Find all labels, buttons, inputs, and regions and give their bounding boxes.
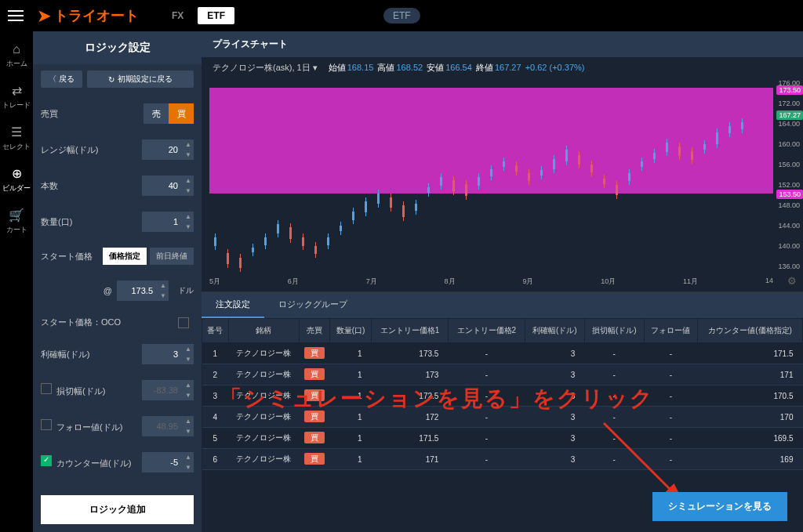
range-down-icon[interactable]: ▼ (183, 150, 194, 160)
top-bar: ➤ トライオート FX ETF ETF (0, 0, 803, 31)
qty-label: 数量(口) (41, 216, 72, 228)
gear-icon[interactable]: ⚙ (787, 275, 797, 287)
market-tabs: FX ETF (162, 7, 234, 24)
back-button[interactable]: 〈 戻る (41, 71, 82, 88)
pill-etf[interactable]: ETF (383, 8, 420, 24)
loss-input[interactable] (142, 385, 183, 395)
counter-input[interactable] (142, 458, 183, 467)
sidebar-title: ロジック設定 (33, 31, 202, 64)
chevron-down-icon: ▾ (313, 63, 318, 72)
qty-input[interactable] (142, 217, 183, 226)
tab-fx[interactable]: FX (162, 7, 193, 24)
counter-label: カウンター値(ドル) (41, 455, 131, 469)
tab-order-settings[interactable]: 注文設定 (202, 292, 264, 318)
nav-home[interactable]: ⌂ホーム (6, 42, 27, 69)
at-unit: ドル (178, 285, 194, 296)
select-icon: ☰ (11, 125, 22, 139)
y-axis: 176.00172.00164.00160.00156.00152.00148.… (773, 79, 803, 283)
qty-up-icon[interactable]: ▲ (183, 212, 194, 222)
range-input-group: ▲▼ (142, 139, 194, 160)
loss-checkbox[interactable] (41, 383, 52, 394)
profit-input[interactable] (142, 349, 183, 359)
start-price-label: スタート価格 (41, 251, 93, 262)
follow-up-icon[interactable]: ▲ (183, 416, 194, 426)
at-symbol: @ (104, 286, 112, 295)
order-tabs: 注文設定 ロジックグループ (202, 292, 803, 318)
qty-down-icon[interactable]: ▼ (183, 222, 194, 232)
builder-icon: ⊕ (12, 166, 22, 181)
nav-builder[interactable]: ⊕ビルダー (2, 166, 31, 194)
count-up-icon[interactable]: ▲ (183, 176, 194, 186)
range-up-icon[interactable]: ▲ (183, 139, 194, 150)
instrument-dropdown[interactable]: テクノロジー株(ask), 1日 ▾ (213, 62, 318, 74)
logo-text: トライオート (54, 6, 139, 25)
oco-label: スタート価格：OCO (41, 317, 121, 328)
price-tag-current: 167.27 (776, 110, 803, 120)
at-price-input[interactable] (117, 286, 158, 295)
trade-icon: ⇄ (12, 83, 22, 98)
sell-toggle[interactable]: 売 (144, 103, 169, 124)
reset-button[interactable]: ↻初期設定に戻る (87, 71, 194, 88)
chart-header: テクノロジー株(ask), 1日 ▾ 始値168.15 高値168.52 安値1… (202, 57, 803, 78)
counter-down-icon[interactable]: ▼ (183, 462, 194, 472)
chart-area: テクノロジー株(ask), 1日 ▾ 始値168.15 高値168.52 安値1… (202, 57, 803, 292)
profit-down-icon[interactable]: ▼ (183, 354, 194, 364)
cart-icon: 🛒 (9, 208, 24, 223)
profit-up-icon[interactable]: ▲ (183, 344, 194, 354)
table-row[interactable]: 2テクノロジー株買1173-3--171 (202, 364, 803, 385)
range-label: レンジ幅(ドル) (41, 144, 98, 156)
at-up-icon[interactable]: ▲ (158, 280, 169, 291)
ohlc-display: 始値168.15 高値168.52 安値166.54 終値167.27 +0.6… (329, 62, 587, 74)
follow-label: フォロー値(ドル) (41, 419, 122, 433)
content-area: プライスチャート テクノロジー株(ask), 1日 ▾ 始値168.15 高値1… (202, 31, 803, 532)
follow-down-icon[interactable]: ▼ (183, 426, 194, 436)
table-row[interactable]: 1テクノロジー株買1173.5-3--171.5 (202, 343, 803, 364)
oco-checkbox[interactable] (178, 317, 189, 328)
home-icon: ⌂ (13, 42, 20, 56)
price-specify-button[interactable]: 価格指定 (103, 248, 147, 265)
count-down-icon[interactable]: ▼ (183, 186, 194, 196)
table-row[interactable]: 5テクノロジー株買1171.5-3--169.5 (202, 428, 803, 449)
price-prev-button[interactable]: 前日終値 (150, 248, 194, 265)
table-header-row: 番号銘柄売買数量(口)エントリー価格1エントリー価格2利確幅(ドル)損切幅(ドル… (202, 319, 803, 343)
instruction-overlay: 「シミュレーションを見る」をクリック (220, 384, 654, 414)
tab-etf[interactable]: ETF (198, 7, 234, 24)
nav-select[interactable]: ☰セレクト (2, 125, 31, 152)
at-down-icon[interactable]: ▼ (158, 291, 169, 301)
chart-body[interactable] (209, 78, 773, 276)
counter-up-icon[interactable]: ▲ (183, 452, 194, 462)
follow-checkbox[interactable] (41, 419, 52, 430)
candlesticks (209, 78, 773, 276)
follow-input[interactable] (142, 422, 183, 431)
buy-toggle[interactable]: 買 (169, 103, 194, 124)
reload-icon: ↻ (108, 75, 114, 84)
nav-cart[interactable]: 🛒カート (6, 208, 27, 235)
price-tag-low: 153.50 (776, 190, 803, 199)
price-chart-tab[interactable]: プライスチャート (202, 31, 803, 57)
price-tag-high: 173.50 (776, 85, 803, 95)
buysell-label: 売買 (41, 108, 58, 120)
counter-checkbox[interactable] (41, 455, 52, 466)
range-input[interactable] (142, 145, 183, 154)
count-label: 本数 (41, 180, 58, 192)
settings-sidebar: ロジック設定 〈 戻る ↻初期設定に戻る 売買 売 買 レンジ幅(ドル) ▲▼ (33, 31, 202, 532)
add-logic-button[interactable]: ロジック追加 (41, 495, 194, 524)
tab-logic-group[interactable]: ロジックグループ (264, 292, 362, 318)
nav-trade[interactable]: ⇄トレード (2, 83, 31, 110)
icon-sidebar: ⌂ホーム ⇄トレード ☰セレクト ⊕ビルダー 🛒カート (0, 31, 33, 532)
table-row[interactable]: 6テクノロジー株買1171-3--169 (202, 449, 803, 470)
count-input[interactable] (142, 181, 183, 190)
loss-label: 損切幅(ドル) (41, 383, 105, 397)
loss-down-icon[interactable]: ▼ (183, 390, 194, 400)
logo-arrow-icon: ➤ (38, 6, 51, 25)
loss-up-icon[interactable]: ▲ (183, 380, 194, 390)
menu-icon[interactable] (8, 10, 24, 21)
simulate-button[interactable]: シミュレーションを見る (652, 492, 787, 521)
profit-label: 利確幅(ドル) (41, 349, 89, 360)
app-logo: ➤ トライオート (38, 6, 139, 25)
x-axis: 5月6月7月8月9月10月11月14 (209, 277, 773, 287)
